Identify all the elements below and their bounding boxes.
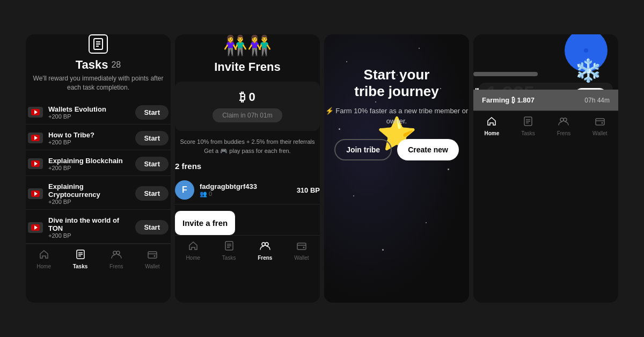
frens-icon-nav-1 bbox=[111, 250, 122, 262]
nav-home-label-2: Home bbox=[186, 255, 200, 261]
tribe-subtitle: ⚡ Farm 10% faster as a new tribe member … bbox=[324, 106, 469, 126]
frens-count: 2 frens bbox=[175, 162, 320, 171]
tasks-icon bbox=[89, 34, 108, 54]
nav-tasks-label-2: Tasks bbox=[222, 255, 236, 261]
reward-amount: ₿ 0 bbox=[239, 90, 255, 104]
task-info-5: Dive into the world of TON +200 BP bbox=[48, 216, 130, 239]
youtube-icon-2 bbox=[28, 133, 43, 143]
nav-wallet-label-2: Wallet bbox=[294, 255, 309, 261]
task-start-btn-4[interactable]: Start bbox=[135, 186, 169, 201]
home-screen: ₿ 1,925 ❄️ Drop game bbox=[473, 34, 618, 303]
frens-bottom-nav: Home Tasks Frens bbox=[175, 235, 320, 265]
frens-content: 👫👫 Invite Frens ₿ 0 Claim in 07h 01m Sco… bbox=[175, 34, 320, 235]
youtube-icon-3 bbox=[28, 158, 43, 169]
fren-name: fadgragbbtgrf433 bbox=[200, 182, 291, 191]
nav-frens-1[interactable]: Frens bbox=[109, 250, 123, 269]
frens-icon-nav-2 bbox=[260, 241, 270, 253]
svg-rect-48 bbox=[596, 119, 604, 125]
task-item: Wallets Evolution +200 BP Start bbox=[26, 101, 171, 124]
task-bp-2: +200 BP bbox=[48, 139, 130, 145]
nav-tasks-4[interactable]: Tasks bbox=[521, 116, 535, 136]
nav-wallet-4[interactable]: Wallet bbox=[592, 116, 607, 136]
svg-rect-28 bbox=[297, 243, 306, 250]
task-name-4: Explaining Cryptocurrency bbox=[48, 182, 130, 199]
task-info-2: How to Tribe? +200 BP bbox=[48, 131, 130, 145]
frens-screen: 👫👫 Invite Frens ₿ 0 Claim in 07h 01m Sco… bbox=[175, 34, 320, 303]
fren-bp: 310 BP bbox=[297, 186, 320, 194]
svg-point-49 bbox=[601, 122, 603, 124]
nav-tasks-1[interactable]: Tasks bbox=[73, 250, 88, 269]
task-name-3: Explaining Blockchain bbox=[48, 157, 130, 165]
svg-point-46 bbox=[560, 118, 564, 121]
nav-wallet-1[interactable]: Wallet bbox=[145, 250, 159, 269]
reward-box: ₿ 0 Claim in 07h 01m bbox=[175, 82, 320, 131]
tasks-bottom-nav: Home Tasks Frens bbox=[26, 244, 171, 274]
tasks-content: Tasks 28 We'll reward you immediately wi… bbox=[26, 34, 171, 244]
task-start-btn-3[interactable]: Start bbox=[135, 157, 169, 171]
home-icon-4 bbox=[487, 116, 496, 129]
app-container: Tasks 28 We'll reward you immediately wi… bbox=[0, 0, 644, 337]
nav-tasks-2[interactable]: Tasks bbox=[222, 241, 236, 261]
tasks-icon-nav-2 bbox=[224, 241, 234, 253]
task-start-btn-1[interactable]: Start bbox=[135, 105, 169, 120]
nav-wallet-label-4: Wallet bbox=[592, 130, 607, 136]
nav-home-label-4: Home bbox=[484, 130, 499, 136]
svg-rect-20 bbox=[148, 252, 157, 258]
tasks-badge: 28 bbox=[111, 60, 121, 70]
tribe-text-content: Start your tribe journey ⚡ Farm 10% fast… bbox=[324, 67, 469, 160]
nav-home-4[interactable]: Home bbox=[484, 116, 499, 136]
nav-frens-label-4: Frens bbox=[557, 130, 571, 136]
task-start-btn-5[interactable]: Start bbox=[135, 220, 169, 235]
task-bp-1: +200 BP bbox=[48, 113, 130, 120]
task-start-btn-2[interactable]: Start bbox=[135, 131, 169, 145]
svg-point-29 bbox=[303, 247, 304, 248]
farming-text: Farming ₿ 1.807 bbox=[482, 96, 535, 104]
tribe-content: ⭐ Start your tribe journey ⚡ Farm 10% fa… bbox=[324, 34, 469, 160]
tasks-title: Tasks 28 bbox=[76, 58, 121, 72]
youtube-icon-5 bbox=[28, 222, 43, 233]
task-name-5: Dive into the world of TON bbox=[48, 216, 130, 232]
tasks-screen: Tasks 28 We'll reward you immediately wi… bbox=[26, 34, 171, 303]
invite-fren-button[interactable]: Invite a fren bbox=[175, 211, 235, 235]
svg-point-47 bbox=[564, 118, 567, 121]
farming-timer: 07h 44m bbox=[584, 97, 610, 104]
tasks-icon-nav-1 bbox=[76, 250, 85, 262]
create-tribe-button[interactable]: Create new bbox=[397, 139, 459, 160]
fren-info: fadgragbbtgrf433 👥 0 bbox=[200, 182, 291, 197]
frens-emoji: 👫👫 bbox=[223, 34, 272, 57]
svg-point-27 bbox=[265, 243, 268, 246]
nav-wallet-2[interactable]: Wallet bbox=[294, 241, 309, 261]
wallet-icon-nav-1 bbox=[148, 250, 157, 262]
task-item: Dive into the world of TON +200 BP Start bbox=[26, 212, 171, 244]
tribe-title: Start your tribe journey bbox=[324, 67, 469, 100]
frens-icon-nav-4 bbox=[558, 116, 569, 129]
tasks-icon-nav-4 bbox=[523, 116, 533, 129]
svg-point-21 bbox=[153, 255, 155, 257]
nav-frens-2[interactable]: Frens bbox=[258, 241, 272, 261]
nav-home-1[interactable]: Home bbox=[36, 250, 51, 269]
task-item: How to Tribe? +200 BP Start bbox=[26, 127, 171, 150]
nav-home-label-1: Home bbox=[36, 263, 51, 269]
frens-header: 👫👫 Invite Frens bbox=[175, 34, 320, 74]
join-tribe-button[interactable]: Join tribe bbox=[334, 139, 392, 160]
fren-sub: 👥 0 bbox=[200, 191, 291, 197]
svg-point-18 bbox=[113, 251, 116, 254]
task-info-1: Wallets Evolution +200 BP bbox=[48, 105, 130, 120]
nav-frens-4[interactable]: Frens bbox=[557, 116, 571, 136]
wallet-icon-nav-4 bbox=[595, 116, 605, 129]
youtube-icon-1 bbox=[28, 107, 43, 118]
snowflake-decoration: ❄️ bbox=[574, 57, 602, 84]
task-bp-4: +200 BP bbox=[48, 199, 130, 205]
task-name-1: Wallets Evolution bbox=[48, 105, 130, 113]
task-bp-3: +200 BP bbox=[48, 165, 130, 171]
wallet-icon-nav-2 bbox=[297, 241, 306, 253]
svg-point-19 bbox=[116, 251, 120, 254]
progress-bar bbox=[473, 72, 538, 76]
home-icon-1 bbox=[39, 250, 49, 262]
frens-title: Invite Frens bbox=[214, 60, 280, 74]
task-info-3: Explaining Blockchain +200 BP bbox=[48, 157, 130, 171]
nav-home-2[interactable]: Home bbox=[186, 241, 200, 261]
task-item: Explaining Blockchain +200 BP Start bbox=[26, 152, 171, 176]
home-icon-2 bbox=[188, 241, 198, 253]
claim-button[interactable]: Claim in 07h 01m bbox=[213, 108, 282, 122]
